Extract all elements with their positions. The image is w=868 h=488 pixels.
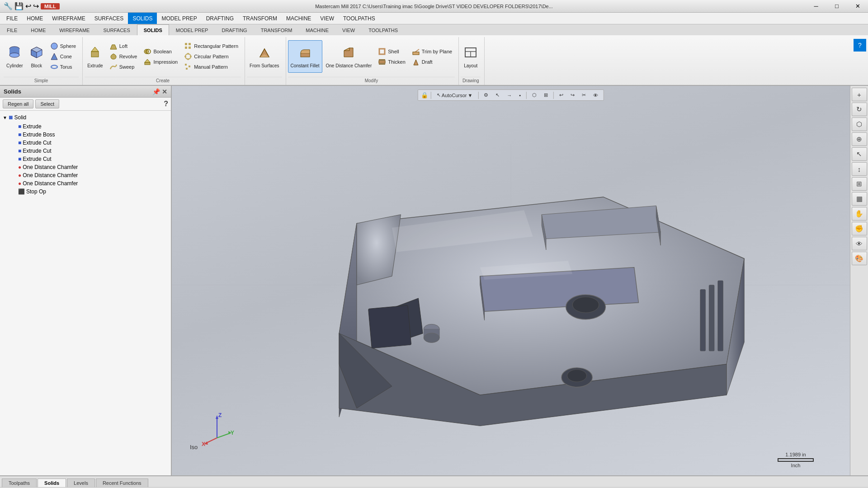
revolve-button[interactable]: Revolve xyxy=(107,52,140,61)
shell-button[interactable]: Shell xyxy=(375,47,408,56)
tree-item-3[interactable]: ■Extrude Cut xyxy=(2,147,169,155)
lock-icon[interactable]: 🔒 xyxy=(421,92,428,99)
torus-button[interactable]: Torus xyxy=(47,62,79,72)
sphere-button[interactable]: Sphere xyxy=(47,41,79,51)
rt-eye-button[interactable]: 👁 xyxy=(852,237,867,250)
rt-rotate-button[interactable]: ↻ xyxy=(852,103,867,116)
viewport[interactable]: 🔒 ↖ AutoCursor ▼ ⚙ ↖ → • ⬡ ⊞ ↩ ↪ ✂ 👁 xyxy=(172,86,850,475)
redo-icon[interactable]: ↪ xyxy=(33,2,39,10)
vt-btn-gear[interactable]: ⚙ xyxy=(481,91,491,99)
vt-btn-4[interactable]: ⬡ xyxy=(529,91,539,99)
undo-icon[interactable]: ↩ xyxy=(25,2,31,10)
menu-item-model-prep[interactable]: MODEL PREP xyxy=(157,13,201,24)
ribbon-tab-model-prep[interactable]: MODEL PREP xyxy=(169,24,215,35)
tree-item-4[interactable]: ■Extrude Cut xyxy=(2,155,169,163)
rt-zoom-button[interactable]: ⊕ xyxy=(852,132,867,146)
circ-pattern-button[interactable]: Circular Pattern xyxy=(181,52,241,61)
vt-btn-8[interactable]: ✂ xyxy=(579,91,589,99)
tree-item-1[interactable]: ■Extrude Boss xyxy=(2,131,169,139)
panel-help-button[interactable]: ? xyxy=(164,100,168,108)
ribbon-tab-file[interactable]: FILE xyxy=(0,24,24,35)
tree-item-7[interactable]: ●One Distance Chamfer xyxy=(2,179,169,188)
bottom-tab-recent-functions[interactable]: Recent Functions xyxy=(96,479,148,487)
menu-item-surfaces[interactable]: SURFACES xyxy=(90,13,128,24)
save-icon[interactable]: 💾 xyxy=(14,2,24,10)
3d-icon: ⬡ xyxy=(532,92,537,98)
rt-hand-button[interactable]: ✋ xyxy=(852,207,867,221)
manual-pattern-button[interactable]: Manual Pattern xyxy=(181,62,241,72)
rect-pattern-button[interactable]: Rectangular Pattern xyxy=(181,41,241,51)
draft-button[interactable]: Draft xyxy=(409,57,455,67)
vt-btn-6[interactable]: ↩ xyxy=(557,91,566,99)
ribbon-tab-machine[interactable]: MACHINE xyxy=(299,24,335,35)
select-button[interactable]: Select xyxy=(35,99,59,108)
ribbon-tab-wireframe[interactable]: WIREFRAME xyxy=(52,24,96,35)
bottom-tab-solids[interactable]: Solids xyxy=(38,479,66,487)
tree-item-0[interactable]: ■Extrude xyxy=(2,122,169,131)
impression-button[interactable]: Impression xyxy=(141,57,180,67)
ribbon-tab-transform[interactable]: TRANSFORM xyxy=(254,24,299,35)
menu-item-transform[interactable]: TRANSFORM xyxy=(238,13,282,24)
trim-by-plane-button[interactable]: Trim by Plane xyxy=(409,47,455,56)
cylinder-button[interactable]: Cylinder xyxy=(4,40,26,73)
help-button[interactable]: ? xyxy=(854,39,866,52)
cone-button[interactable]: Cone xyxy=(47,52,79,61)
from-surfaces-button[interactable]: From Surfaces xyxy=(247,40,282,73)
rt-cursor-button[interactable]: ↖ xyxy=(852,147,867,161)
panel-close-icon[interactable]: ✕ xyxy=(162,88,167,95)
vt-btn-7[interactable]: ↪ xyxy=(568,91,577,99)
boolean-button[interactable]: Boolean xyxy=(141,47,180,56)
sweep-button[interactable]: Sweep xyxy=(107,62,140,72)
rt-3d-button[interactable]: ⬡ xyxy=(852,117,867,131)
thicken-button[interactable]: Thicken xyxy=(375,57,408,67)
ribbon-tab-solids[interactable]: SOLIDS xyxy=(137,24,169,35)
tree-item-5[interactable]: ●One Distance Chamfer xyxy=(2,163,169,171)
block-button[interactable]: Block xyxy=(27,40,47,73)
ribbon-tab-surfaces[interactable]: SURFACES xyxy=(96,24,137,35)
rt-home-button[interactable]: ⊞ xyxy=(852,177,867,191)
rt-arrow-button[interactable]: ↕ xyxy=(852,162,867,176)
autocursor-button[interactable]: ↖ AutoCursor ▼ xyxy=(434,91,476,99)
ribbon-tab-view[interactable]: VIEW xyxy=(335,24,362,35)
sweep-label: Sweep xyxy=(119,64,135,70)
maximize-button[interactable]: □ xyxy=(826,0,847,13)
tree-expand-icon[interactable]: ▼ xyxy=(3,115,7,120)
panel-pin-icon[interactable]: 📌 xyxy=(152,88,160,95)
menu-item-toolpaths[interactable]: TOOLPATHS xyxy=(339,13,380,24)
constant-fillet-button[interactable]: Constant Fillet xyxy=(288,40,322,73)
rt-add-button[interactable]: + xyxy=(852,88,867,101)
rt-palette-button[interactable]: 🎨 xyxy=(852,252,867,265)
menu-item-file[interactable]: FILE xyxy=(2,13,22,24)
close-button[interactable]: ✕ xyxy=(847,0,868,13)
tree-item-8[interactable]: ⬛Stop Op xyxy=(2,188,169,196)
menu-item-machine[interactable]: MACHINE xyxy=(282,13,316,24)
regen-all-button[interactable]: Regen all xyxy=(3,99,33,108)
menu-item-solids[interactable]: SOLIDS xyxy=(128,13,157,24)
constant-fillet-icon xyxy=(298,45,312,62)
ribbon-tab-drafting[interactable]: DRAFTING xyxy=(215,24,254,35)
vt-btn-9[interactable]: 👁 xyxy=(590,91,601,99)
vt-btn-2[interactable]: → xyxy=(504,91,514,99)
layout-button[interactable]: Layout xyxy=(461,40,481,73)
menu-item-wireframe[interactable]: WIREFRAME xyxy=(47,13,90,24)
vt-btn-1[interactable]: ↖ xyxy=(493,91,502,99)
ribbon-tab-toolpaths[interactable]: TOOLPATHS xyxy=(362,24,405,35)
bottom-tab-toolpaths[interactable]: Toolpaths xyxy=(2,479,37,487)
bottom-tab-levels[interactable]: Levels xyxy=(67,479,95,487)
menu-item-drafting[interactable]: DRAFTING xyxy=(202,13,238,24)
menu-item-view[interactable]: VIEW xyxy=(316,13,339,24)
menu-item-home[interactable]: HOME xyxy=(22,13,47,24)
minimize-button[interactable]: ─ xyxy=(806,0,826,13)
rt-filter-button[interactable]: ▦ xyxy=(852,192,867,206)
one-dist-chamfer-button[interactable]: One Distance Chamfer xyxy=(323,40,375,73)
ribbon-tab-home[interactable]: HOME xyxy=(24,24,52,35)
axes-svg: Z Y X xyxy=(199,411,235,447)
svg-rect-17 xyxy=(189,43,191,45)
tree-item-6[interactable]: ●One Distance Chamfer xyxy=(2,171,169,179)
loft-button[interactable]: Loft xyxy=(107,41,140,51)
vt-btn-5[interactable]: ⊞ xyxy=(541,91,551,99)
vt-btn-3[interactable]: • xyxy=(516,91,524,99)
tree-item-2[interactable]: ■Extrude Cut xyxy=(2,139,169,147)
extrude-button[interactable]: Extrude xyxy=(85,40,105,73)
rt-grab-button[interactable]: ✊ xyxy=(852,222,867,235)
